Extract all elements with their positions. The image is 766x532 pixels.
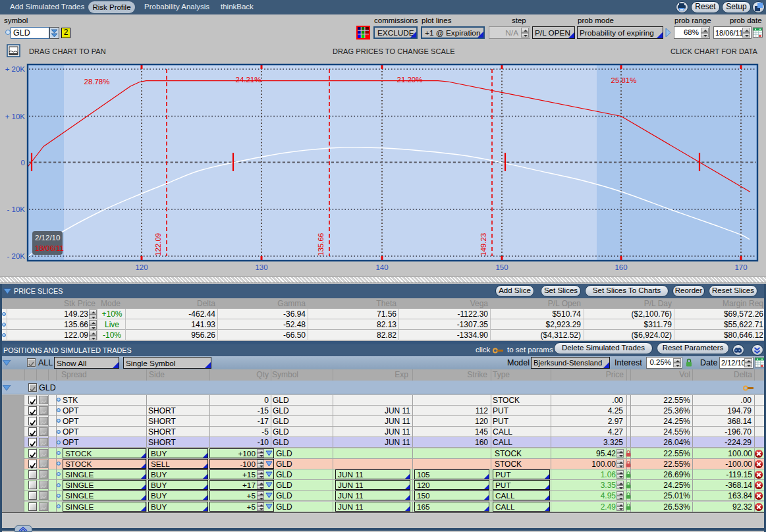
svg-text:2/12/10: 2/12/10 (35, 234, 60, 242)
svg-text:130: 130 (255, 263, 267, 271)
svg-text:25.81%: 25.81% (611, 76, 636, 84)
svg-text:140: 140 (375, 263, 388, 271)
svg-text:122.09: 122.09 (154, 233, 162, 256)
svg-text:- 20K: - 20K (7, 252, 26, 260)
svg-text:160: 160 (615, 263, 627, 271)
svg-text:120: 120 (135, 263, 148, 271)
svg-text:+ 20K: + 20K (5, 65, 26, 73)
svg-text:135.66: 135.66 (317, 233, 325, 256)
svg-text:170: 170 (734, 263, 747, 271)
svg-text:+ 10K: + 10K (5, 113, 26, 120)
svg-text:CLICK CHART FOR DATA: CLICK CHART FOR DATA (670, 47, 758, 55)
svg-text:DRAG CHART TO PAN: DRAG CHART TO PAN (29, 47, 106, 55)
svg-text:150: 150 (495, 263, 508, 271)
svg-text:24.21%: 24.21% (235, 76, 261, 84)
svg-text:149.23: 149.23 (479, 233, 487, 256)
svg-text:21.20%: 21.20% (397, 76, 422, 84)
svg-text:- 10K: - 10K (7, 205, 26, 213)
svg-text:18/06/11: 18/06/11 (35, 244, 64, 252)
svg-text:DRAG PRICES TO CHANGE SCALE: DRAG PRICES TO CHANGE SCALE (333, 47, 455, 55)
svg-text:0: 0 (21, 159, 25, 167)
svg-text:28.78%: 28.78% (84, 78, 109, 86)
